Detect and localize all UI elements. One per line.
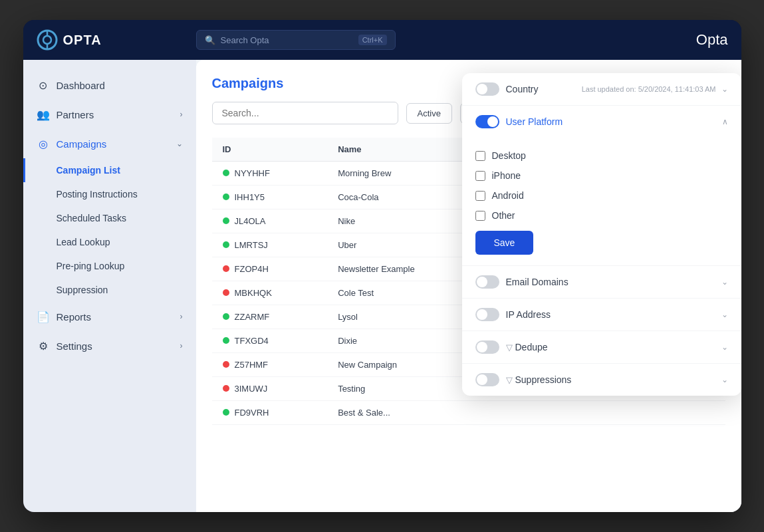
logo-text: OPTA bbox=[63, 33, 102, 48]
checkbox-iphone[interactable]: iPhone bbox=[475, 166, 728, 186]
row-id-cell: IHH1Y5 bbox=[212, 186, 328, 209]
chevron-right-icon: › bbox=[180, 341, 183, 350]
iphone-checkbox[interactable] bbox=[475, 171, 485, 181]
sidebar-item-label: Settings bbox=[57, 340, 92, 352]
table-row[interactable]: FD9VRHBest & Sale... bbox=[212, 401, 725, 425]
ip-address-chevron-icon[interactable]: ⌄ bbox=[721, 310, 728, 319]
suppressions-label: Suppressions bbox=[515, 374, 572, 385]
country-toggle[interactable] bbox=[475, 82, 499, 96]
sidebar-item-campaigns[interactable]: ◎ Campaigns ⌄ bbox=[23, 129, 196, 158]
row-id-cell: 3IMUWJ bbox=[212, 377, 328, 401]
sidebar-item-reports[interactable]: 📄 Reports › bbox=[23, 302, 196, 331]
row-id-cell: JL4OLA bbox=[212, 209, 328, 233]
dashboard-icon: ⊙ bbox=[37, 78, 50, 92]
sidebar-sub-suppression[interactable]: Suppression bbox=[23, 278, 196, 302]
row-id-cell: NYYHHF bbox=[212, 162, 328, 186]
ip-address-toggle[interactable] bbox=[475, 308, 499, 321]
sidebar-sub-lead-lookup[interactable]: Lead Lookup bbox=[23, 230, 196, 254]
content-area: Campaigns Active Inactive All ID Name Ad… bbox=[196, 60, 741, 512]
suppressions-filter-icon: ▽ bbox=[506, 375, 513, 385]
sidebar-item-dashboard[interactable]: ⊙ Dashboard bbox=[23, 70, 196, 100]
filter-popup-panel: Country Last updated on: 5/20/2024, 11:4… bbox=[462, 73, 741, 396]
dedupe-chevron-icon[interactable]: ⌄ bbox=[721, 342, 728, 352]
android-label: Android bbox=[492, 190, 524, 201]
dedupe-label: Dedupe bbox=[515, 342, 548, 352]
popup-suppressions-row: ▽ Suppressions ⌄ bbox=[462, 364, 741, 396]
sidebar-sub-posting-instructions[interactable]: Posting Instructions bbox=[23, 182, 196, 206]
partners-icon: 👥 bbox=[37, 108, 50, 121]
country-label: Country bbox=[506, 84, 539, 94]
row-id-cell: TFXGD4 bbox=[212, 329, 328, 353]
suppressions-toggle[interactable] bbox=[475, 373, 499, 386]
sidebar-sub-scheduled-tasks[interactable]: Scheduled Tasks bbox=[23, 206, 196, 230]
logo-icon bbox=[37, 29, 58, 51]
popup-user-platform-row: User Platform ∧ Desktop iPhone bbox=[462, 106, 741, 266]
row-id-cell: FZOP4H bbox=[212, 257, 328, 281]
sidebar-sub-campaign-list[interactable]: Campaign List bbox=[23, 158, 196, 182]
popup-email-domains-row: Email Domains ⌄ bbox=[462, 266, 741, 299]
settings-icon: ⚙ bbox=[37, 339, 50, 352]
android-checkbox[interactable] bbox=[475, 191, 485, 201]
dedupe-toggle[interactable] bbox=[475, 340, 499, 354]
other-checkbox[interactable] bbox=[475, 211, 485, 221]
row-id-cell: Z57HMF bbox=[212, 353, 328, 377]
email-domains-chevron-icon[interactable]: ⌄ bbox=[721, 277, 728, 287]
country-meta: Last updated on: 5/20/2024, 11:41:03 AM bbox=[582, 85, 716, 93]
sidebar-item-settings[interactable]: ⚙ Settings › bbox=[23, 331, 196, 360]
logo-area: OPTA bbox=[37, 29, 196, 51]
popup-ip-address-row: IP Address ⌄ bbox=[462, 299, 741, 331]
row-publishers-cell bbox=[618, 401, 725, 425]
row-advertiser-cell bbox=[487, 401, 618, 425]
other-label: Other bbox=[492, 210, 515, 221]
popup-country-row: Country Last updated on: 5/20/2024, 11:4… bbox=[462, 73, 741, 106]
ip-address-label: IP Address bbox=[506, 309, 551, 320]
popup-dedupe-row: ▽ Dedupe ⌄ bbox=[462, 331, 741, 364]
row-id-cell: MBKHQK bbox=[212, 281, 328, 305]
desktop-label: Desktop bbox=[492, 150, 526, 161]
chevron-right-icon: › bbox=[180, 110, 183, 119]
reports-icon: 📄 bbox=[37, 310, 50, 323]
campaign-search-input[interactable] bbox=[212, 102, 398, 124]
row-id-cell: FD9VRH bbox=[212, 401, 328, 425]
campaigns-submenu: Campaign List Posting Instructions Sched… bbox=[23, 158, 196, 302]
top-bar: OPTA 🔍 Search Opta Ctrl+K Opta bbox=[23, 20, 741, 60]
user-platform-header: User Platform ∧ bbox=[462, 106, 741, 138]
row-id-cell: ZZARMF bbox=[212, 305, 328, 329]
sidebar-item-label: Dashboard bbox=[57, 80, 105, 91]
col-header-id: ID bbox=[212, 138, 328, 162]
dedupe-filter-icon: ▽ bbox=[506, 342, 513, 352]
user-platform-chevron-icon[interactable]: ∧ bbox=[722, 117, 728, 126]
search-placeholder: Search Opta bbox=[221, 35, 269, 45]
sidebar-item-partners[interactable]: 👥 Partners › bbox=[23, 100, 196, 129]
user-platform-body: Desktop iPhone Android Other bbox=[462, 138, 741, 265]
chevron-down-icon: ⌄ bbox=[176, 139, 183, 148]
checkbox-desktop[interactable]: Desktop bbox=[475, 146, 728, 166]
search-icon: 🔍 bbox=[205, 35, 215, 45]
search-bar[interactable]: 🔍 Search Opta Ctrl+K bbox=[196, 30, 396, 50]
row-id-cell: LMRTSJ bbox=[212, 233, 328, 257]
campaigns-icon: ◎ bbox=[37, 137, 50, 150]
search-shortcut: Ctrl+K bbox=[358, 35, 387, 45]
desktop-checkbox[interactable] bbox=[475, 151, 485, 161]
filter-active-button[interactable]: Active bbox=[406, 103, 452, 124]
user-platform-toggle[interactable] bbox=[475, 115, 499, 128]
sidebar-item-label: Reports bbox=[57, 311, 92, 323]
sidebar-sub-pre-ping-lookup[interactable]: Pre-ping Lookup bbox=[23, 254, 196, 278]
sidebar-item-label: Partners bbox=[57, 109, 94, 120]
chevron-right-icon: › bbox=[180, 312, 183, 321]
checkbox-android[interactable]: Android bbox=[475, 186, 728, 205]
save-button[interactable]: Save bbox=[475, 231, 534, 255]
app-title: Opta bbox=[696, 31, 728, 49]
email-domains-label: Email Domains bbox=[506, 277, 569, 287]
sidebar-item-label: Campaigns bbox=[57, 138, 107, 150]
iphone-label: iPhone bbox=[492, 170, 521, 181]
main-layout: ⊙ Dashboard 👥 Partners › ◎ Campaigns ⌄ C… bbox=[23, 60, 741, 512]
svg-point-1 bbox=[43, 36, 51, 44]
country-chevron-icon[interactable]: ⌄ bbox=[721, 84, 728, 94]
row-name-cell[interactable]: Best & Sale... bbox=[327, 401, 487, 425]
suppressions-chevron-icon[interactable]: ⌄ bbox=[721, 375, 728, 384]
user-platform-label: User Platform bbox=[506, 116, 563, 127]
email-domains-toggle[interactable] bbox=[475, 275, 499, 289]
checkbox-other[interactable]: Other bbox=[475, 205, 728, 225]
sidebar: ⊙ Dashboard 👥 Partners › ◎ Campaigns ⌄ C… bbox=[23, 60, 196, 512]
